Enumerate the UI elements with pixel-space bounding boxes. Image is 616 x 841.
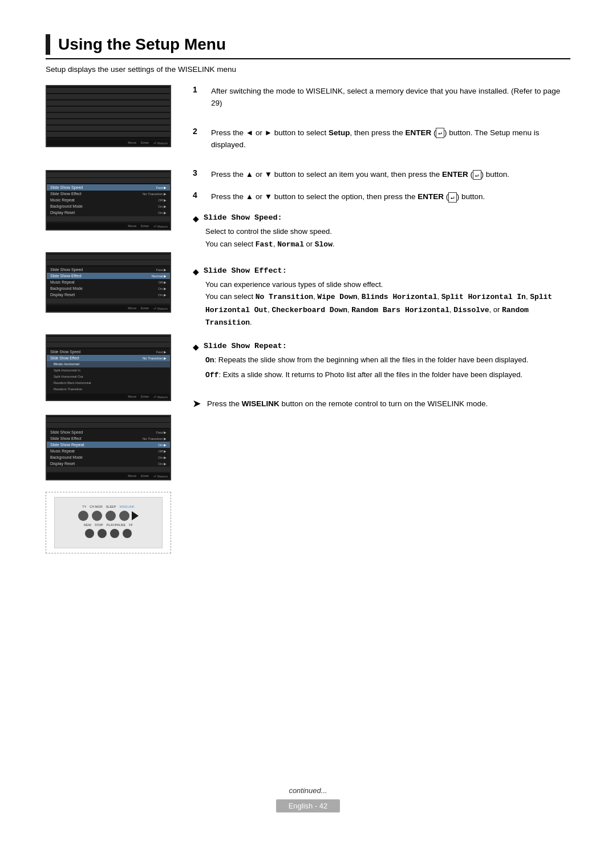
menu-item-music-repeat: Music Repeat Off ▶ [47,197,170,203]
tv-menu-bar-1: Move Enter ⏎ Return [47,140,170,146]
remote-btns-row1 [78,511,139,521]
bullet-repeat-body: On: Repeats the slide show from the begi… [205,354,570,382]
bullet-effect-body: You can experience various types of slid… [205,278,570,329]
bullet-effect-options: You can select No Transition, Wipe Down,… [205,290,570,329]
subtitle: Setup displays the user settings of the … [46,65,570,74]
tv-screen-1: Move Enter ⏎ Return [46,85,171,147]
bullet-repeat-title: Slide Show Repeat: [204,342,287,350]
step-1: 1 After switching the mode to WISELINK, … [193,85,570,110]
page-badge: English - 42 [276,799,341,812]
remote-btn-stop [98,529,107,538]
step-1-num: 1 [193,85,204,110]
menu4-blinds: Split Horizontal In [47,367,170,374]
press-note-text: Press the WISELINK button on the remote … [207,398,570,410]
bullet-speed-body: Select to control the slide show speed. … [205,225,570,250]
menu5-music: Music Repeat Off ▶ [47,448,170,454]
remote-btn-sleep [106,511,116,521]
bullet-speed-title-row: ◆ Slide Show Speed: [193,213,570,223]
bullet-repeat-off: Off: Exits a slide show. It returns to P… [205,369,570,381]
tv-menu-bar-4: Move Enter ⏎ Return [47,394,170,400]
menu4-wipe: Blinds Horizontal [47,361,170,367]
menu4-checkerboard: Random Bars Horizontal [47,380,170,386]
remote-image: TY CH MGR SLEEP WISELINK [54,497,163,548]
tv-screen-2: Slide Show Speed Fast ▶ Slide Show Effec… [46,170,171,231]
menu-item-bg-mode: Background Mode On ▶ [47,203,170,209]
bullet-slide-speed: ◆ Slide Show Speed: Select to control th… [193,213,570,250]
remote-btn-ff [123,529,132,538]
bullet-speed-desc: Select to control the slide show speed. [205,225,570,237]
menu5-speed: Slide Show Speed Fast ▶ [47,429,170,435]
tv-menu-5: Slide Show Speed Fast ▶ Slide Show Effec… [47,429,170,467]
title-bar: Using the Setup Menu [46,34,570,55]
left-column: Move Enter ⏎ Return Slide Show Speed Fas… [46,84,177,553]
menu5-repeat: Slide Show Repeat On ▶ [47,442,170,448]
tv-screen-4: Slide Show Speed Fast ▶ Slide Show Effec… [46,334,171,401]
bullet-slide-effect: ◆ Slide Show Effect: You can experience … [193,266,570,329]
arrow-indicator [132,511,139,520]
remote-btn-play [110,529,119,538]
bullet-repeat-title-row: ◆ Slide Show Repeat: [193,342,570,351]
menu-item-slide-effect: Slide Show Effect No Transition ▶ [47,191,170,197]
remote-area: TY CH MGR SLEEP WISELINK [46,492,171,553]
menu-item3-music-repeat: Music Repeat Off ▶ [47,279,170,285]
bullet-slide-repeat: ◆ Slide Show Repeat: On: Repeats the sli… [193,342,570,382]
tv-menu-2: Slide Show Speed Fast ▶ Slide Show Effec… [47,184,170,216]
tv-menu-4: Slide Show Speed Fast ▶ Slide Show Effec… [47,349,170,393]
tv-screen-5: Slide Show Speed Fast ▶ Slide Show Effec… [46,415,171,480]
bullet-effect-intro: You can experience various types of slid… [205,278,570,290]
main-content: Move Enter ⏎ Return Slide Show Speed Fas… [46,84,570,553]
menu4-speed: Slide Show Speed Fast ▶ [47,349,170,355]
remote-labels-row2: REW STOP PLAY/PAUSE FF [84,523,133,527]
menu5-display: Display Reset On ▶ [47,460,170,467]
tv-screen-3: Slide Show Speed Fast ▶ Slide Show Effec… [46,252,171,313]
bullet-repeat-on: On: Repeats the slide show from the begi… [205,354,570,366]
menu-item3-display-reset: Display Reset On ▶ [47,292,170,298]
menu4-split-in: Split Horizontal Out [47,374,170,380]
tv-menu-bar-2: Move Enter ⏎ Return [47,223,170,229]
menu-item3-slide-speed: Slide Show Speed Fast ▶ [47,266,170,273]
bullet-diamond-2: ◆ [193,267,199,276]
title-accent [46,34,50,55]
title-divider [46,58,570,59]
continued-text: continued... [289,786,327,795]
page-title: Using the Setup Menu [58,35,226,54]
tv-menu-bar-5: Move Enter ⏎ Return [47,473,170,479]
step-3-text: Press the ▲ or ▼ button to select an ite… [211,168,570,181]
menu-item-slide-speed: Slide Show Speed Fast ▶ [47,184,170,191]
step-4-text: Press the ▲ or ▼ button to select the op… [211,191,570,203]
menu4-effect: Slide Show Effect No Transition ▶ [47,355,170,361]
bullet-effect-title: Slide Show Effect: [204,266,287,275]
arrow-right-icon: ➤ [193,398,200,409]
menu-item3-bg-mode: Background Mode On ▶ [47,285,170,292]
step-2-text: Press the ◄ or ► button to select Setup,… [211,127,570,151]
menu-item3-slide-effect: Slide Show Effect Normal ▶ [47,273,170,279]
step-2: 2 Press the ◄ or ► button to select Setu… [193,127,570,151]
remote-btn-ty [78,511,88,521]
menu5-effect: Slide Show Effect No Transition ▶ [47,435,170,442]
right-column: 1 After switching the mode to WISELINK, … [193,84,570,553]
step-2-num: 2 [193,127,204,151]
step-1-text: After switching the mode to WISELINK, se… [211,85,570,110]
step-4-num: 4 [193,191,204,203]
press-note: ➤ Press the WISELINK button on the remot… [193,398,570,410]
tv-menu-3: Slide Show Speed Fast ▶ Slide Show Effec… [47,266,170,298]
title-section: Using the Setup Menu Setup displays the … [46,34,570,74]
menu-item-display-reset: Display Reset On ▶ [47,209,170,216]
bullet-diamond-1: ◆ [193,214,199,223]
bullet-speed-title: Slide Show Speed: [204,213,282,222]
menu4-random-transition: Random Transition [47,386,170,393]
tv-menu-bar-3: Move Enter ⏎ Return [47,305,170,312]
step-3-num: 3 [193,168,204,181]
menu5-bg: Background Mode On ▶ [47,454,170,460]
remote-btn-wiselink [119,511,129,521]
remote-btn-rew [85,529,94,538]
page-container: Using the Setup Menu Setup displays the … [0,0,616,841]
step-4: 4 Press the ▲ or ▼ button to select the … [193,191,570,203]
bullet-diamond-3: ◆ [193,342,199,351]
remote-btns-row2 [85,529,132,538]
bullet-effect-title-row: ◆ Slide Show Effect: [193,266,570,276]
bullet-speed-options: You can select Fast, Normal or Slow. [205,238,570,250]
remote-labels-row: TY CH MGR SLEEP WISELINK [82,505,134,508]
step-3: 3 Press the ▲ or ▼ button to select an i… [193,168,570,181]
footer: continued... English - 42 [0,786,616,812]
